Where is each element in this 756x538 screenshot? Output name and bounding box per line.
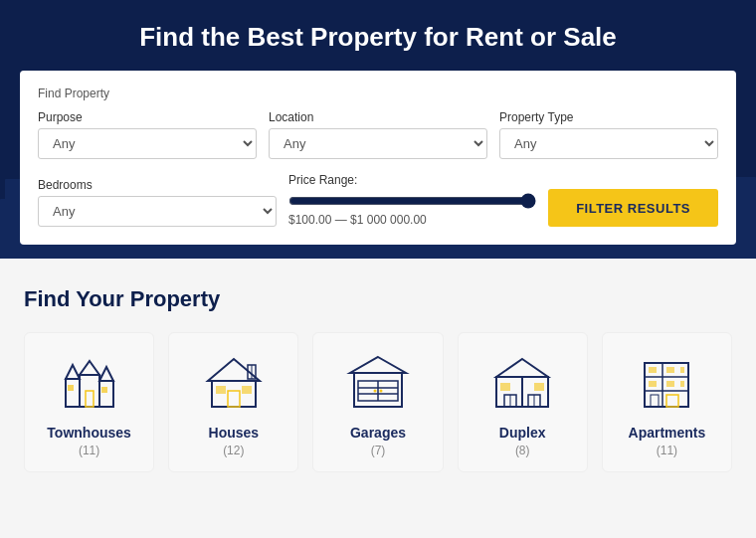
garages-count: (7) [371, 444, 386, 457]
location-group: Location Any New York Los Angeles Chicag… [269, 110, 487, 159]
search-card-label: Find Property [38, 87, 718, 100]
svg-point-66 [374, 390, 377, 393]
location-label: Location [269, 110, 487, 124]
hero-section: Find the Best Property for Rent or Sale … [0, 0, 756, 259]
property-card-townhouses[interactable]: Townhouses (11) [24, 332, 154, 472]
svg-rect-86 [680, 381, 684, 387]
garages-name: Garages [350, 425, 406, 441]
svg-rect-55 [228, 391, 240, 407]
svg-marker-69 [496, 359, 548, 377]
svg-rect-84 [666, 381, 674, 387]
houses-name: Houses [209, 425, 260, 441]
purpose-label: Purpose [38, 110, 257, 124]
duplex-icon [490, 351, 554, 415]
price-range-label: Price Range: [288, 173, 536, 187]
price-range-slider[interactable] [288, 193, 536, 209]
svg-marker-45 [66, 365, 80, 379]
hero-title: Find the Best Property for Rent or Sale [20, 22, 736, 53]
apartments-count: (11) [657, 444, 677, 457]
svg-rect-88 [651, 395, 659, 407]
svg-rect-85 [680, 367, 684, 373]
apartments-name: Apartments [629, 425, 706, 441]
property-card-garages[interactable]: Garages (7) [312, 332, 443, 472]
svg-rect-83 [649, 381, 657, 387]
property-card-duplex[interactable]: Duplex (8) [458, 332, 588, 472]
townhouses-count: (11) [79, 444, 99, 457]
property-card-apartments[interactable]: Apartments (11) [602, 332, 732, 472]
svg-marker-47 [80, 361, 99, 375]
svg-rect-56 [216, 386, 226, 394]
svg-rect-52 [101, 387, 107, 393]
garage-icon [346, 351, 410, 415]
house-icon [202, 351, 266, 415]
houses-count: (12) [223, 444, 244, 457]
search-row-1: Purpose Any Rent Sale Location Any New Y… [38, 110, 718, 159]
svg-rect-72 [534, 383, 544, 391]
svg-rect-48 [99, 381, 113, 407]
svg-rect-57 [242, 386, 252, 394]
svg-marker-61 [350, 357, 406, 373]
property-card-houses[interactable]: Houses (12) [168, 332, 298, 472]
search-card: Find Property Purpose Any Rent Sale Loca… [20, 71, 736, 245]
section-title: Find Your Property [24, 286, 732, 312]
property-type-label: Property Type [499, 110, 718, 124]
svg-rect-81 [649, 367, 657, 373]
svg-rect-87 [666, 395, 678, 407]
search-row-2: Bedrooms Any 1 2 3 4 5+ Price Range: $10… [38, 173, 718, 227]
svg-rect-71 [500, 383, 510, 391]
townhouses-name: Townhouses [47, 425, 131, 441]
duplex-count: (8) [515, 444, 530, 457]
svg-rect-51 [68, 385, 74, 391]
property-type-group: Property Type Any House Apartment Townho… [499, 110, 718, 159]
bedrooms-select[interactable]: Any 1 2 3 4 5+ [38, 196, 277, 227]
svg-marker-49 [99, 367, 113, 381]
apartment-icon [635, 351, 698, 415]
filter-button[interactable]: FILTER RESULTS [548, 189, 718, 227]
price-range-text: $100.00 — $1 000 000.00 [288, 213, 536, 227]
svg-rect-82 [666, 367, 674, 373]
duplex-name: Duplex [499, 425, 546, 441]
bedrooms-group: Bedrooms Any 1 2 3 4 5+ [38, 178, 277, 227]
purpose-group: Purpose Any Rent Sale [38, 110, 257, 159]
svg-point-67 [380, 390, 383, 393]
townhouse-icon [58, 351, 121, 415]
property-grid: Townhouses (11) Houses (12) [24, 332, 732, 472]
svg-rect-44 [66, 379, 80, 407]
location-select[interactable]: Any New York Los Angeles Chicago [269, 128, 487, 159]
bedrooms-label: Bedrooms [38, 178, 277, 192]
property-type-select[interactable]: Any House Apartment Townhouse Garage Dup… [499, 128, 718, 159]
main-content: Find Your Property Townhouses (11) [0, 259, 756, 500]
price-range-group: Price Range: $100.00 — $1 000 000.00 [288, 173, 536, 227]
purpose-select[interactable]: Any Rent Sale [38, 128, 257, 159]
svg-rect-50 [86, 391, 94, 407]
